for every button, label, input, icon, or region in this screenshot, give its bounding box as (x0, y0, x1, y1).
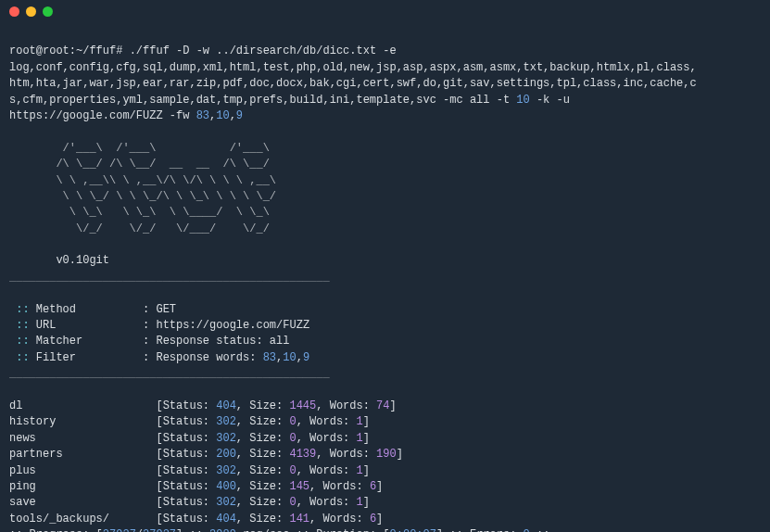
ext-line-1: log,conf,config,cfg,sql,dump,xml,html,te… (9, 61, 697, 74)
close-button[interactable] (9, 6, 19, 17)
result-row: plus [Status: 302, Size: 0, Words: 1] (9, 464, 370, 477)
divider-bottom: ________________________________________… (9, 367, 330, 380)
window-titlebar (0, 0, 770, 22)
result-row: tools/_backups/ [Status: 404, Size: 141,… (9, 513, 383, 526)
version-line: v0.10git (9, 254, 109, 267)
url-value: https://google.com/FUZZ (156, 319, 309, 332)
result-row: history [Status: 302, Size: 0, Words: 1] (9, 415, 370, 428)
result-row: save [Status: 302, Size: 0, Words: 1] (9, 496, 370, 509)
result-row: ping [Status: 400, Size: 145, Words: 6] (9, 480, 383, 493)
minimize-button[interactable] (26, 6, 36, 17)
ascii-banner: /'___\ /'___\ /'___\ /\ \__/ /\ \__/ __ … (9, 142, 276, 235)
prompt-line: root@root:~/ffuf# ./ffuf -D -w ../dirsea… (9, 44, 397, 57)
results-list: dl [Status: 404, Size: 1445, Words: 74] … (9, 399, 761, 527)
url-label: URL (36, 319, 57, 332)
ext-line-2: htm,hta,jar,war,jsp,ear,rar,zip,pdf,doc,… (9, 77, 697, 90)
result-row: partners [Status: 200, Size: 4139, Words… (9, 448, 403, 461)
progress-line: :: Progress: [27927/27927] :: 3989 req/s… (9, 528, 549, 532)
maximize-button[interactable] (43, 6, 53, 17)
matcher-value: Response status: all (156, 335, 289, 348)
divider-top: ________________________________________… (9, 271, 330, 284)
result-row: news [Status: 302, Size: 0, Words: 1] (9, 432, 370, 445)
filter-value: Response words: 83,10,9 (156, 351, 309, 364)
result-row: dl [Status: 404, Size: 1445, Words: 74] (9, 399, 397, 412)
ext-line-3: s,cfm,properties,yml,sample,dat,tmp,pref… (9, 94, 570, 107)
method-label: Method (36, 303, 76, 316)
matcher-label: Matcher (36, 335, 82, 348)
terminal-output: root@root:~/ffuf# ./ffuf -D -w ../dirsea… (0, 22, 770, 532)
filter-label: Filter (36, 351, 76, 364)
method-value: GET (156, 303, 176, 316)
url-line: https://google.com/FUZZ -fw 83,10,9 (9, 109, 243, 122)
